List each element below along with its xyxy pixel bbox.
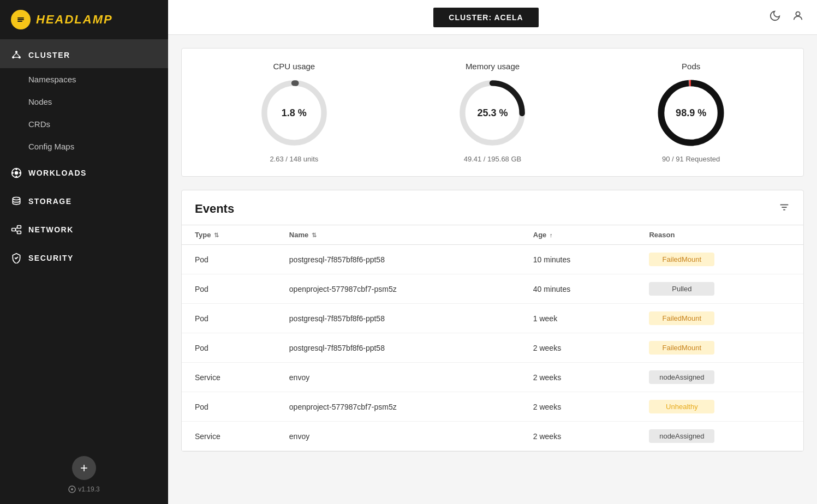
memory-sub: 49.41 / 195.68 GB xyxy=(464,155,522,163)
security-icon xyxy=(11,253,22,263)
cpu-sub: 2.63 / 148 units xyxy=(270,155,318,163)
logo-area: HEADLAMP xyxy=(0,0,168,40)
sidebar-item-namespaces[interactable]: Namespaces xyxy=(0,68,168,91)
svg-line-5 xyxy=(16,53,20,56)
sidebar: HEADLAMP CLUSTER Namespaces Nodes CRDs C… xyxy=(0,0,168,504)
sidebar-section-cluster: CLUSTER Namespaces Nodes CRDs Config Map… xyxy=(0,40,168,158)
svg-point-9 xyxy=(15,169,17,170)
network-icon xyxy=(11,224,22,235)
svg-point-1 xyxy=(15,51,17,53)
row-name: postgresql-7f857bf8f6-ppt58 xyxy=(276,245,520,274)
svg-rect-15 xyxy=(17,226,21,229)
storage-icon xyxy=(11,196,22,207)
logo-icon xyxy=(11,10,31,29)
row-age: 10 minutes xyxy=(520,245,636,274)
sidebar-item-workloads[interactable]: WORKLOADS xyxy=(0,158,168,186)
sidebar-item-security[interactable]: SECURITY xyxy=(0,243,168,271)
row-name: envoy xyxy=(276,422,520,451)
cluster-badge: CLUSTER: ACELA xyxy=(433,8,538,27)
reason-badge: Unhealthy xyxy=(649,400,714,413)
svg-point-12 xyxy=(19,172,21,173)
row-age: 40 minutes xyxy=(520,274,636,304)
sort-age-icon: ↑ xyxy=(550,232,553,238)
svg-rect-16 xyxy=(17,231,21,234)
add-cluster-button[interactable]: + xyxy=(72,456,96,480)
row-reason: Unhealthy xyxy=(636,392,803,422)
table-row: Pod postgresql-7f857bf8f6-ppt58 10 minut… xyxy=(182,245,803,274)
row-age: 2 weeks xyxy=(520,392,636,422)
svg-point-11 xyxy=(12,172,14,173)
sidebar-item-crds[interactable]: CRDs xyxy=(0,113,168,135)
sidebar-section-security: SECURITY xyxy=(0,243,168,271)
sidebar-bottom: + v1.19.3 xyxy=(0,445,168,504)
cpu-value: 1.8 % xyxy=(282,107,307,119)
pods-donut: 98.9 % xyxy=(655,77,726,148)
main-area: CLUSTER: ACELA CPU usage xyxy=(168,0,817,504)
memory-value: 25.3 % xyxy=(477,107,508,119)
table-row: Service envoy 2 weeks nodeAssigned xyxy=(182,422,803,451)
sidebar-item-cluster[interactable]: CLUSTER xyxy=(0,40,168,68)
sidebar-item-nodes[interactable]: Nodes xyxy=(0,91,168,113)
row-reason: FailedMount xyxy=(636,333,803,363)
pods-metric: Pods 98.9 % 90 / 91 Requested xyxy=(655,62,726,163)
user-icon[interactable] xyxy=(792,10,804,25)
row-age: 2 weeks xyxy=(520,363,636,392)
cpu-donut: 1.8 % xyxy=(259,77,330,148)
table-row: Pod postgresql-7f857bf8f6-ppt58 1 week F… xyxy=(182,304,803,333)
pods-sub: 90 / 91 Requested xyxy=(662,155,720,163)
col-age[interactable]: Age ↑ xyxy=(520,225,636,245)
row-name: postgresql-7f857bf8f6-ppt58 xyxy=(276,304,520,333)
memory-title: Memory usage xyxy=(466,62,520,71)
cpu-metric: CPU usage 1.8 % 2.63 / 148 units xyxy=(259,62,330,163)
settings-icon xyxy=(68,485,76,493)
row-reason: nodeAssigned xyxy=(636,363,803,392)
row-type: Pod xyxy=(182,245,276,274)
reason-badge: Pulled xyxy=(649,282,714,296)
row-type: Pod xyxy=(182,333,276,363)
workloads-section-label: WORKLOADS xyxy=(28,169,87,177)
filter-icon[interactable] xyxy=(778,201,790,216)
svg-point-13 xyxy=(13,197,20,200)
row-reason: FailedMount xyxy=(636,245,803,274)
theme-toggle-icon[interactable] xyxy=(769,10,781,25)
version-area: v1.19.3 xyxy=(68,485,99,493)
content-area: CPU usage 1.8 % 2.63 / 148 units Memory … xyxy=(168,35,817,504)
pods-title: Pods xyxy=(682,62,700,71)
svg-point-20 xyxy=(71,488,73,490)
col-type[interactable]: Type ⇅ xyxy=(182,225,276,245)
row-age: 2 weeks xyxy=(520,333,636,363)
cpu-title: CPU usage xyxy=(273,62,315,71)
row-reason: FailedMount xyxy=(636,304,803,333)
storage-section-label: STORAGE xyxy=(28,197,71,206)
col-reason: Reason xyxy=(636,225,803,245)
memory-metric: Memory usage 25.3 % 49.41 / 195.68 GB xyxy=(457,62,528,163)
topbar: CLUSTER: ACELA xyxy=(168,0,817,35)
svg-point-8 xyxy=(15,171,19,175)
row-name: openproject-577987cbf7-psm5z xyxy=(276,392,520,422)
sidebar-item-config-maps[interactable]: Config Maps xyxy=(0,135,168,158)
row-type: Service xyxy=(182,422,276,451)
table-row: Pod openproject-577987cbf7-psm5z 40 minu… xyxy=(182,274,803,304)
svg-point-21 xyxy=(796,12,800,16)
reason-badge: FailedMount xyxy=(649,253,714,266)
row-age: 2 weeks xyxy=(520,422,636,451)
sidebar-section-workloads: WORKLOADS xyxy=(0,158,168,186)
row-type: Pod xyxy=(182,392,276,422)
table-row: Service envoy 2 weeks nodeAssigned xyxy=(182,363,803,392)
sidebar-section-storage: STORAGE xyxy=(0,186,168,214)
reason-badge: nodeAssigned xyxy=(649,429,714,443)
col-name[interactable]: Name ⇅ xyxy=(276,225,520,245)
svg-line-4 xyxy=(13,53,16,56)
sidebar-item-storage[interactable]: STORAGE xyxy=(0,186,168,214)
metrics-card: CPU usage 1.8 % 2.63 / 148 units Memory … xyxy=(181,48,804,177)
memory-donut: 25.3 % xyxy=(457,77,528,148)
security-section-label: SECURITY xyxy=(28,254,74,262)
row-type: Service xyxy=(182,363,276,392)
sidebar-item-network[interactable]: NETWORK xyxy=(0,214,168,243)
table-row: Pod openproject-577987cbf7-psm5z 2 weeks… xyxy=(182,392,803,422)
row-age: 1 week xyxy=(520,304,636,333)
row-type: Pod xyxy=(182,274,276,304)
row-type: Pod xyxy=(182,304,276,333)
sort-name-icon: ⇅ xyxy=(312,232,317,238)
events-title: Events xyxy=(195,202,234,216)
